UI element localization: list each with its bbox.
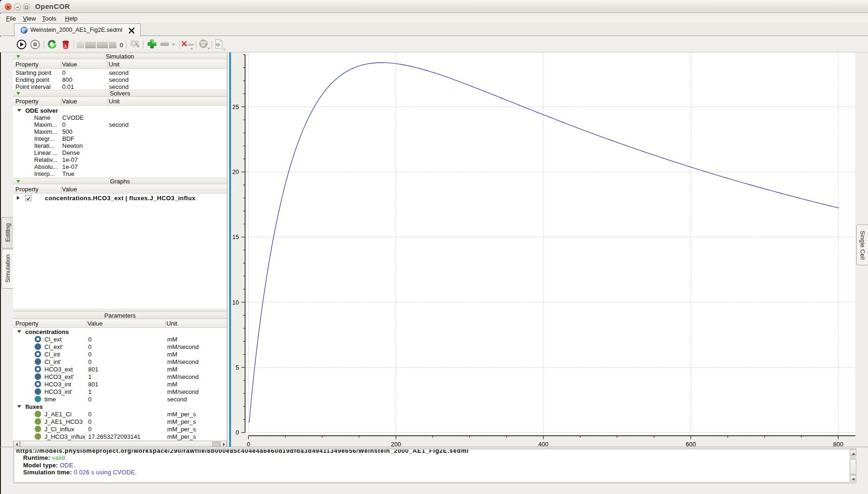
svg-text:600: 600 [686,441,696,447]
svg-text:400: 400 [538,441,549,447]
svg-text:20: 20 [232,168,239,175]
svg-text:200: 200 [391,441,401,447]
svg-text:0: 0 [247,441,250,447]
svg-text:5: 5 [236,364,239,371]
svg-text:800: 800 [833,441,843,447]
svg-text:ML: ML [201,44,205,47]
svg-text:25: 25 [232,103,239,110]
svg-text:10: 10 [232,299,239,306]
svg-text:0: 0 [236,429,239,436]
svg-text:15: 15 [232,233,239,240]
